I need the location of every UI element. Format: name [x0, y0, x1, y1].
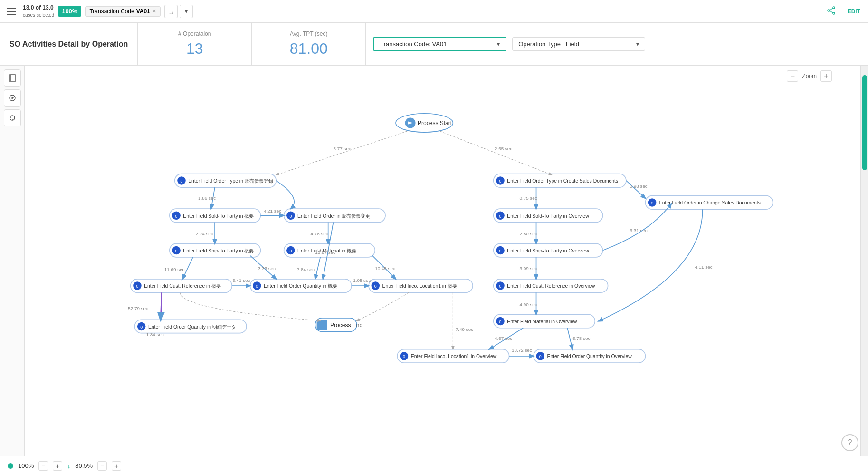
- svg-text:15.87 sec: 15.87 sec: [315, 250, 335, 255]
- svg-text:Process End: Process End: [330, 322, 362, 329]
- transaction-code-filter[interactable]: Transaction Code: VA01 ▾: [373, 37, 506, 51]
- svg-text:0: 0: [256, 284, 258, 289]
- svg-point-1: [833, 12, 835, 14]
- svg-text:Enter Field Inco. Location1 in: Enter Field Inco. Location1 in Overview: [411, 354, 497, 359]
- zoom-in-button[interactable]: +: [820, 70, 832, 82]
- main-area: − Zoom + Process Start Process End: [0, 66, 868, 456]
- play-button[interactable]: [4, 89, 21, 107]
- svg-text:0: 0: [651, 201, 653, 205]
- avg-tpt-metric: Avg. TPT (sec) 81.00: [252, 23, 366, 65]
- tx-code-tag: Transaction Code VA01 ✕: [85, 6, 160, 17]
- throughput-minus-button[interactable]: −: [97, 461, 107, 471]
- svg-text:3.41 sec: 3.41 sec: [232, 278, 250, 283]
- zoom-out-button[interactable]: −: [787, 70, 798, 82]
- tx-code-value: VA01: [136, 8, 150, 15]
- svg-line-105: [315, 257, 320, 279]
- svg-text:6.31 sec: 6.31 sec: [630, 228, 648, 233]
- svg-text:0: 0: [499, 214, 502, 219]
- case-count: 13.0 of 13.0: [23, 4, 54, 12]
- hamburger-button[interactable]: [4, 4, 19, 19]
- bottom-bar: 100% − + ↓ 80.5% − +: [0, 456, 868, 475]
- svg-text:18.72 sec: 18.72 sec: [512, 348, 532, 353]
- left-tools: [0, 66, 25, 456]
- svg-text:0.75 sec: 0.75 sec: [520, 195, 537, 201]
- svg-text:52.79 sec: 52.79 sec: [128, 306, 148, 311]
- selection-mode-icon[interactable]: ⬚: [164, 5, 178, 18]
- svg-text:2.24 sec: 2.24 sec: [196, 231, 213, 236]
- chevron-down-icon: ▾: [497, 41, 500, 48]
- operation-type-filter-label: Operation Type : Field: [518, 40, 579, 48]
- percent-badge: 100%: [58, 6, 81, 17]
- svg-text:4.90 sec: 4.90 sec: [520, 302, 537, 307]
- svg-text:0: 0: [499, 179, 502, 184]
- chevron-down-icon2: ▾: [636, 41, 639, 48]
- svg-text:4.67 sec: 4.67 sec: [495, 336, 512, 341]
- svg-text:0: 0: [175, 249, 178, 253]
- svg-text:1.34 sec: 1.34 sec: [146, 332, 164, 337]
- svg-point-0: [833, 7, 835, 9]
- help-button[interactable]: ?: [841, 434, 858, 451]
- svg-marker-8: [11, 97, 14, 99]
- zoom-dot: [8, 463, 13, 469]
- avg-tpt-value: 81.00: [290, 40, 328, 58]
- zoom-controls: − Zoom +: [787, 70, 832, 82]
- svg-rect-21: [317, 320, 327, 330]
- zoom-in-small-button[interactable]: +: [53, 461, 62, 471]
- svg-text:4.21 sec: 4.21 sec: [264, 208, 281, 213]
- svg-line-124: [567, 328, 572, 349]
- svg-text:10.45 sec: 10.45 sec: [375, 266, 395, 271]
- throughput-plus-button[interactable]: +: [112, 461, 121, 471]
- filter-area: Transaction Code: VA01 ▾ Operation Type …: [366, 23, 868, 65]
- right-scrollbar[interactable]: [860, 66, 868, 456]
- page-title: SO Activities Detail by Operation: [0, 23, 138, 65]
- svg-text:0: 0: [175, 214, 178, 219]
- svg-text:7.49 sec: 7.49 sec: [456, 327, 473, 332]
- edit-button[interactable]: EDIT: [844, 6, 864, 17]
- diagram-area[interactable]: − Zoom + Process Start Process End: [25, 66, 860, 456]
- svg-text:0: 0: [136, 284, 138, 289]
- svg-line-93: [440, 131, 552, 175]
- throughput-value: 80.5%: [75, 462, 93, 469]
- metrics-bar: SO Activities Detail by Operation # Oper…: [0, 23, 868, 66]
- svg-line-91: [276, 131, 407, 175]
- svg-text:Enter Field Ship-To Party in O: Enter Field Ship-To Party in Overview: [507, 248, 589, 253]
- svg-text:0.98 sec: 0.98 sec: [630, 184, 648, 189]
- share-button[interactable]: [823, 4, 840, 19]
- svg-text:1.05 sec: 1.05 sec: [353, 278, 371, 283]
- process-diagram: Process Start Process End Enter Field Or…: [25, 66, 860, 456]
- svg-point-2: [828, 10, 830, 11]
- scroll-thumb: [862, 75, 867, 170]
- case-info: 13.0 of 13.0 cases selected: [23, 4, 54, 18]
- svg-text:4.78 sec: 4.78 sec: [310, 231, 328, 236]
- svg-text:Enter Field Order Quantity in : Enter Field Order Quantity in Overview: [547, 354, 632, 359]
- svg-text:5.78 sec: 5.78 sec: [572, 336, 590, 341]
- svg-text:11.69 sec: 11.69 sec: [164, 267, 185, 272]
- transaction-code-filter-label: Transaction Code: VA01: [380, 40, 447, 48]
- case-sub: cases selected: [23, 12, 54, 18]
- svg-text:0: 0: [539, 354, 542, 359]
- avg-tpt-label: Avg. TPT (sec): [290, 30, 327, 37]
- svg-text:2.80 sec: 2.80 sec: [520, 231, 537, 236]
- operation-type-filter[interactable]: Operation Type : Field ▾: [512, 37, 645, 51]
- svg-rect-5: [9, 75, 16, 81]
- zoom-label: Zoom: [802, 73, 817, 79]
- zoom-out-small-button[interactable]: −: [38, 461, 48, 471]
- svg-text:Enter Field Order in 販売伝票変更: Enter Field Order in 販売伝票変更: [297, 213, 370, 219]
- svg-text:0: 0: [499, 249, 502, 253]
- panel-toggle-button[interactable]: [4, 69, 21, 87]
- filter-tool-button[interactable]: [4, 109, 21, 126]
- svg-text:0: 0: [289, 249, 292, 253]
- operations-label: # Operataion: [178, 30, 211, 37]
- svg-text:0: 0: [289, 214, 292, 219]
- selection-dropdown-icon[interactable]: ▾: [180, 5, 193, 18]
- close-icon[interactable]: ✕: [152, 8, 156, 14]
- svg-text:0: 0: [181, 179, 183, 184]
- svg-text:Enter Field Cust. Reference in: Enter Field Cust. Reference in 概要: [144, 283, 221, 289]
- svg-text:3.09 sec: 3.09 sec: [520, 266, 537, 271]
- svg-text:Enter Field Order Type in Crea: Enter Field Order Type in Create Sales D…: [507, 178, 618, 184]
- svg-line-3: [830, 8, 833, 10]
- svg-text:7.84 sec: 7.84 sec: [297, 267, 315, 272]
- svg-text:3.33 sec: 3.33 sec: [258, 266, 276, 271]
- svg-text:Enter Field Cust. Reference in: Enter Field Cust. Reference in Overview: [507, 283, 595, 289]
- svg-text:2.65 sec: 2.65 sec: [495, 146, 512, 151]
